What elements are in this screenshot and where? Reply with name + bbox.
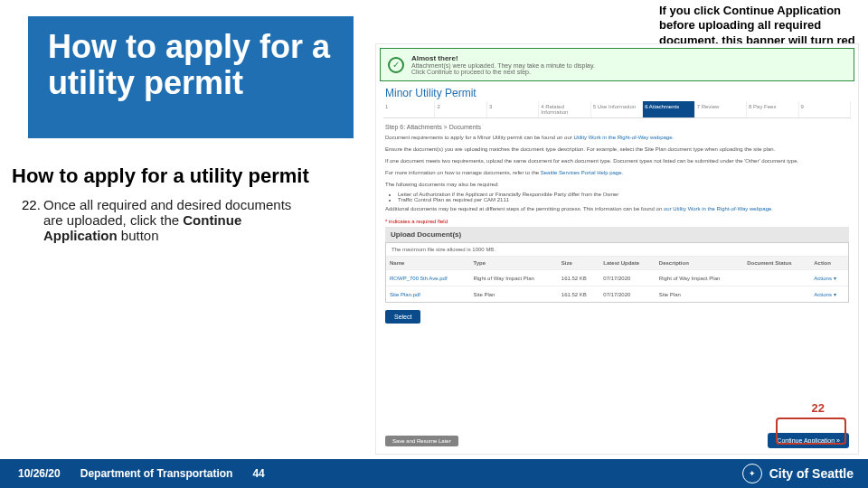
file-table: NameTypeSizeLatest UpdateDescriptionDocu… <box>386 257 848 302</box>
subheading: How to apply for a utility permit <box>12 164 309 188</box>
table-col-action: Action <box>810 257 848 270</box>
link-utility-webpage-2[interactable]: our Utility Work in the Right-of-Way web… <box>664 206 773 211</box>
select-button[interactable]: Select <box>385 310 420 324</box>
step-text-a: Once all required and desired documents … <box>43 197 291 228</box>
stepper-item[interactable]: 9 <box>799 101 851 117</box>
footer-page: 44 <box>252 467 264 480</box>
file-name[interactable]: Site Plan.pdf <box>386 286 469 303</box>
embedded-screenshot: ✓ Almost there! Attachment(s) were uploa… <box>375 43 859 455</box>
callout-number: 22 <box>812 401 825 415</box>
footer-date: 10/26/20 <box>18 467 61 480</box>
file-date: 07/17/2020 <box>599 286 656 303</box>
banner-line2b: Click Continue to proceed to the next st… <box>411 69 595 75</box>
seal-icon: ✦ <box>742 464 762 483</box>
slide-footer: 10/26/20 Department of Transportation 44… <box>0 459 868 488</box>
para3: If one document meets two requirements, … <box>385 157 849 165</box>
stepper-item[interactable]: 5 Use Information <box>591 101 643 117</box>
brand-line2: City of Seattle <box>769 466 854 481</box>
step-breadcrumb: Step 6: Attachments > Documents <box>385 124 849 130</box>
table-row: Site Plan.pdfSite Plan161.52 KB07/17/202… <box>386 286 848 303</box>
title-banner: How to apply for a utility permit <box>28 16 354 138</box>
file-status <box>743 270 810 286</box>
table-row: ROWP_700 5th Ave.pdfRight of Way Impact … <box>386 270 848 286</box>
callout-box <box>776 418 846 445</box>
step-number: 22. <box>22 197 41 212</box>
table-col-document-status: Document Status <box>743 257 810 270</box>
file-size: 161.52 KB <box>558 286 599 303</box>
file-name[interactable]: ROWP_700 5th Ave.pdf <box>386 270 469 286</box>
stepper-item[interactable]: 1 <box>383 101 435 117</box>
step-text-b: button <box>118 228 159 243</box>
check-icon: ✓ <box>388 57 404 73</box>
upload-box: The maximum file size allowed is 1000 MB… <box>385 242 849 303</box>
success-banner: ✓ Almost there! Attachment(s) were uploa… <box>380 48 854 81</box>
stepper-item[interactable]: 7 Review <box>695 101 747 117</box>
table-col-name: Name <box>386 257 469 270</box>
table-col-description: Description <box>656 257 743 270</box>
stepper-item[interactable]: 3 <box>487 101 539 117</box>
required-docs-list: Letter of Authorization if the Applicant… <box>398 192 849 202</box>
file-status <box>743 286 810 303</box>
file-actions[interactable]: Actions ▾ <box>810 286 848 303</box>
file-actions[interactable]: Actions ▾ <box>810 270 848 286</box>
banner-line1: Almost there! <box>411 54 595 62</box>
upload-note: The maximum file size allowed is 1000 MB… <box>386 243 848 257</box>
banner-line2a: Attachment(s) were uploaded. They may ta… <box>411 62 595 69</box>
upload-header: Upload Document(s) <box>385 227 849 242</box>
table-col-size: Size <box>558 257 599 270</box>
footer-dept: Department of Transportation <box>80 467 233 480</box>
para5: The following documents may also be requ… <box>385 181 849 189</box>
list-item: Traffic Control Plan as required per CAM… <box>398 197 849 202</box>
link-help-page[interactable]: Seattle Services Portal Help page. <box>541 170 623 175</box>
file-date: 07/17/2020 <box>599 270 656 286</box>
save-resume-button[interactable]: Save and Resume Later <box>385 436 458 446</box>
stepper-item[interactable]: 2 <box>435 101 486 117</box>
file-type: Site Plan <box>469 286 557 303</box>
permit-title: Minor Utility Permit <box>385 87 849 99</box>
file-type: Right of Way Impact Plan <box>469 270 557 286</box>
para1: Document requirements to apply for a Min… <box>385 134 849 142</box>
table-col-latest-update: Latest Update <box>599 257 656 270</box>
table-col-type: Type <box>469 257 557 270</box>
table-header-row: NameTypeSizeLatest UpdateDescriptionDocu… <box>386 257 848 270</box>
stepper-item[interactable]: 6 Attachments <box>643 101 694 117</box>
stepper: 1234 Related Information5 Use Informatio… <box>383 101 851 118</box>
para2: Ensure the document(s) you are uploading… <box>385 145 849 154</box>
link-utility-webpage[interactable]: Utility Work in the Right-of-Way webpage… <box>573 135 674 140</box>
step-instruction: Once all required and desired documents … <box>43 197 315 243</box>
file-size: 161.52 KB <box>558 270 599 286</box>
page-title: How to apply for a utility permit <box>48 29 334 100</box>
footer-brand: ✦ City of Seattle <box>742 464 854 483</box>
para6: Additional documents may be required at … <box>385 205 849 213</box>
file-desc: Right of Way Impact Plan <box>656 270 743 286</box>
file-desc: Site Plan <box>656 286 743 303</box>
para4: For more information on how to manage do… <box>385 169 849 177</box>
required-note: * indicates a required field <box>385 219 849 224</box>
banner-text: Almost there! Attachment(s) were uploade… <box>411 54 595 75</box>
stepper-item[interactable]: 8 Pay Fees <box>747 101 798 117</box>
stepper-item[interactable]: 4 Related Information <box>539 101 590 117</box>
